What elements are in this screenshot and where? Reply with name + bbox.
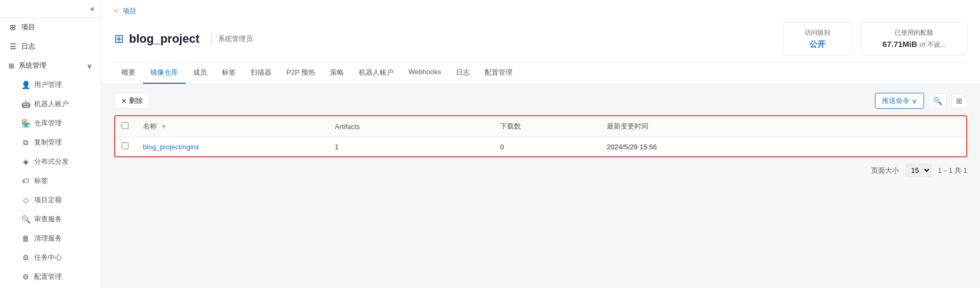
sidebar-item-projects[interactable]: ⊞ 项目 (0, 18, 101, 37)
config-icon: ⚙ (21, 273, 30, 281)
sidebar-item-label: 标签 (34, 176, 48, 186)
tab-robot-account[interactable]: 机器人账户 (351, 62, 401, 84)
toolbar-left: ✕ 删除 (114, 93, 150, 109)
tabs-bar: 概要 镜像仓库 成员 标签 扫描器 P2P 预热 策略 机器人账户 Webhoo… (114, 62, 967, 84)
image-repo-table: 名称 ▼ Artifacts 下载数 最新变更时间 blo (115, 116, 966, 156)
view-icon: ⊞ (956, 97, 962, 105)
sidebar-item-label: 机器人账户 (34, 99, 69, 109)
sidebar-item-label: 任务中心 (34, 253, 62, 262)
task-icon: ⚙ (21, 253, 30, 262)
sidebar-item-system-admin[interactable]: ⊞ 系统管理 ∨ (0, 56, 101, 75)
main-content: < 项目 ⊞ blog_project 系统管理员 访问级别 公开 已使用的配额… (101, 0, 980, 288)
sidebar-item-label: 分布式分发 (34, 157, 69, 166)
user-icon: 👤 (21, 81, 30, 89)
sidebar-item-robot-account[interactable]: 🤖 机器人账户 (4, 94, 101, 114)
logs-icon: ☰ (9, 42, 17, 51)
sidebar-collapse-btn[interactable]: « (0, 0, 101, 18)
quota-card: 已使用的配额 67.71MiB of 不设... (861, 22, 967, 55)
quota-value: 67.71MiB of 不设... (874, 39, 954, 50)
last-modified-column-header: 最新变更时间 (600, 116, 966, 137)
table-header-row: 名称 ▼ Artifacts 下载数 最新变更时间 (115, 116, 966, 137)
sidebar-item-label: 项目 (21, 22, 35, 32)
sidebar-item-label: 配置管理 (34, 272, 62, 282)
collapse-icon[interactable]: « (90, 4, 94, 13)
search-button[interactable]: 🔍 (928, 93, 947, 108)
search-icon: 🔍 (933, 97, 942, 105)
name-column-header: 名称 ▼ (136, 116, 328, 137)
downloads-column-header: 下载数 (494, 116, 600, 137)
delete-icon: ✕ (121, 97, 127, 105)
select-all-checkbox[interactable] (122, 122, 128, 129)
content-area: ✕ 删除 推送命令 ∨ 🔍 ⊞ (101, 84, 980, 288)
row-downloads-cell: 0 (494, 137, 600, 157)
repo-name-link[interactable]: blog_project/nginx (143, 143, 199, 151)
sidebar-item-logs[interactable]: ☰ 日志 (0, 37, 101, 56)
tab-labels[interactable]: 标签 (214, 62, 243, 84)
sidebar-item-label: 仓库管理 (34, 118, 62, 128)
chevron-down-icon: ∨ (87, 62, 92, 70)
project-role: 系统管理员 (211, 34, 253, 44)
project-header: ⊞ blog_project 系统管理员 访问级别 公开 已使用的配额 67.7… (114, 18, 967, 62)
sidebar-item-label: 项目定额 (34, 195, 62, 205)
row-checkbox[interactable] (122, 142, 128, 149)
push-chevron-icon: ∨ (912, 97, 917, 105)
view-toggle-button[interactable]: ⊞ (951, 93, 967, 108)
sort-icon[interactable]: ▼ (161, 123, 167, 130)
sidebar-item-project-quota[interactable]: ◇ 项目定额 (4, 190, 101, 210)
sidebar-item-label: 系统管理 (19, 61, 46, 70)
sidebar-item-replication-mgmt[interactable]: ⧉ 复制管理 (4, 133, 101, 152)
project-stats: 访问级别 公开 已使用的配额 67.71MiB of 不设... (783, 22, 967, 55)
tab-config-mgmt[interactable]: 配置管理 (477, 62, 520, 84)
sidebar-item-audit-service[interactable]: 🔍 审查服务 (4, 210, 101, 229)
project-title-area: ⊞ blog_project 系统管理员 (114, 32, 253, 46)
replication-icon: ⧉ (21, 138, 30, 147)
tab-policy[interactable]: 策略 (323, 62, 351, 84)
sidebar-item-tags[interactable]: 🏷 标签 (4, 171, 101, 190)
tab-p2p-preheat[interactable]: P2P 预热 (279, 62, 323, 84)
top-area: < 项目 ⊞ blog_project 系统管理员 访问级别 公开 已使用的配额… (101, 0, 980, 84)
sidebar-item-label: 清理服务 (34, 234, 62, 243)
breadcrumb-link[interactable]: 项目 (123, 7, 136, 15)
sidebar-item-config-mgmt[interactable]: ⚙ 配置管理 (4, 267, 101, 286)
table-wrapper: 名称 ▼ Artifacts 下载数 最新变更时间 blo (114, 115, 967, 157)
project-icon: ⊞ (114, 32, 124, 46)
sidebar: « ⊞ 项目 ☰ 日志 ⊞ 系统管理 ∨ 👤 用户管理 🤖 机器人账户 🏪 仓库… (0, 0, 101, 288)
tab-logs[interactable]: 日志 (448, 62, 477, 84)
sidebar-item-distributed-dist[interactable]: ◈ 分布式分发 (4, 152, 101, 171)
breadcrumb-arrow: < (114, 6, 118, 15)
row-artifacts-cell: 1 (328, 137, 494, 157)
toolbar-right: 推送命令 ∨ 🔍 ⊞ (875, 93, 967, 109)
page-size-label: 页面大小 (871, 166, 899, 175)
tab-webhooks[interactable]: Webhooks (401, 62, 448, 84)
quota-suffix: of 不设... (919, 41, 945, 49)
access-level-value: 公开 (796, 39, 839, 50)
sidebar-item-label: 用户管理 (34, 80, 62, 90)
sidebar-item-user-mgmt[interactable]: 👤 用户管理 (4, 75, 101, 94)
tab-overview[interactable]: 概要 (114, 62, 143, 84)
tab-image-repo[interactable]: 镜像仓库 (143, 62, 186, 84)
page-size-select[interactable]: 15 25 50 (905, 164, 931, 177)
sidebar-item-task-center[interactable]: ⚙ 任务中心 (4, 248, 101, 267)
artifacts-column-header: Artifacts (328, 116, 494, 137)
tab-members[interactable]: 成员 (186, 62, 214, 84)
sidebar-item-clean-service[interactable]: 🗑 清理服务 (4, 229, 101, 248)
warehouse-icon: 🏪 (21, 119, 30, 127)
sidebar-sub-items: 👤 用户管理 🤖 机器人账户 🏪 仓库管理 ⧉ 复制管理 ◈ 分布式分发 🏷 标… (0, 75, 101, 286)
push-command-button[interactable]: 推送命令 ∨ (875, 93, 924, 109)
tags-icon: 🏷 (21, 177, 30, 185)
row-last-modified-cell: 2024/5/29 15:56 (600, 137, 966, 157)
row-checkbox-cell (115, 137, 136, 157)
sidebar-item-warehouse-mgmt[interactable]: 🏪 仓库管理 (4, 114, 101, 133)
select-all-header (115, 116, 136, 137)
sidebar-item-label: 日志 (21, 42, 35, 51)
audit-icon: 🔍 (21, 215, 30, 223)
projects-icon: ⊞ (9, 23, 17, 31)
tab-scanner[interactable]: 扫描器 (243, 62, 279, 84)
robot-icon: 🤖 (21, 100, 30, 108)
toolbar: ✕ 删除 推送命令 ∨ 🔍 ⊞ (114, 93, 967, 109)
breadcrumb-row: < 项目 (114, 0, 967, 18)
delete-button[interactable]: ✕ 删除 (114, 93, 150, 109)
access-level-label: 访问级别 (796, 28, 839, 37)
clean-icon: 🗑 (21, 234, 30, 243)
pagination-total: 1－1 共 1 (938, 166, 967, 175)
